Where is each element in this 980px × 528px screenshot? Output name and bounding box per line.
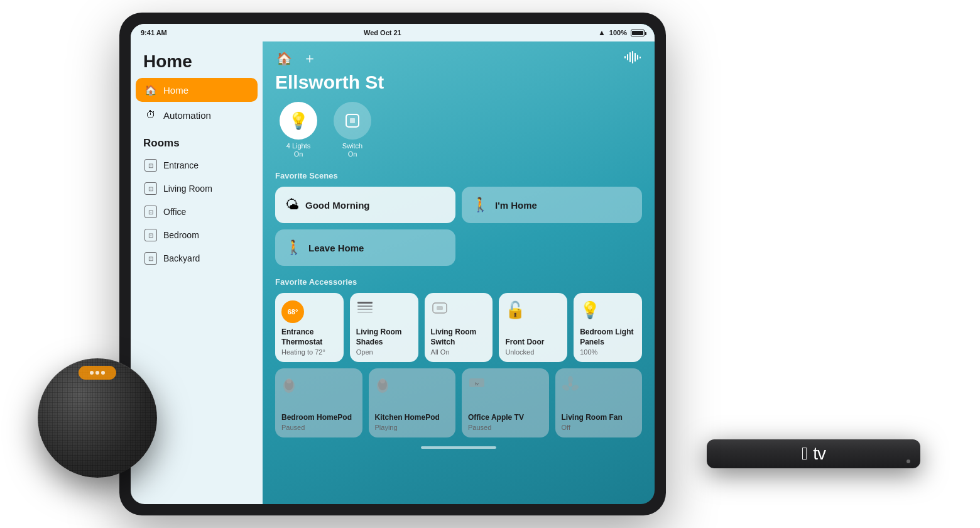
shades-icon: [356, 300, 412, 319]
switch-acc-info: Living Room Switch All On: [431, 327, 487, 356]
homepod-dot-1: [90, 371, 94, 375]
svg-point-17: [286, 378, 291, 383]
svg-rect-11: [357, 309, 373, 310]
home-name: Ellsworth St: [275, 72, 642, 93]
sidebar-room-office[interactable]: ⊡ Office: [136, 201, 258, 223]
homepod-top-indicator: [79, 366, 116, 380]
im-home-icon: 🚶: [472, 197, 489, 213]
toolbar: 🏠 ＋: [275, 49, 642, 68]
room-label-office: Office: [163, 207, 186, 217]
wifi-icon: ▲: [598, 28, 606, 37]
svg-rect-2: [629, 52, 631, 62]
kitchen-homepod-info: Kitchen HomePod Playing: [375, 413, 450, 432]
sidebar-room-living-room[interactable]: ⊡ Living Room: [136, 177, 258, 200]
home-nav-label: Home: [163, 85, 188, 96]
front-door-icon: 🔓: [505, 300, 561, 320]
svg-text:tv: tv: [475, 381, 479, 387]
front-door-name: Front Door: [505, 338, 561, 348]
kitchen-homepod-status: Playing: [375, 424, 450, 431]
leave-home-label: Leave Home: [308, 243, 364, 253]
room-icon-backyard: ⊡: [144, 252, 157, 265]
homepod-dot-3: [101, 371, 105, 375]
good-morning-label: Good Morning: [305, 200, 369, 211]
acc-entrance-thermostat[interactable]: 68° Entrance Thermostat Heating to 72°: [275, 293, 344, 362]
apple-tv-device:  tv: [707, 305, 945, 468]
sidebar-room-backyard[interactable]: ⊡ Backyard: [136, 247, 258, 270]
status-bar-right: ▲ 100%: [598, 28, 645, 37]
ipad-screen: 9:41 AM Wed Oct 21 ▲ 100% Home 🏠 Home: [131, 24, 655, 504]
automation-nav-label: Automation: [163, 110, 211, 121]
svg-rect-10: [357, 305, 373, 307]
svg-rect-12: [357, 312, 373, 313]
front-door-info: Front Door Unlocked: [505, 338, 561, 356]
acc-bedroom-homepod[interactable]: Bedroom HomePod Paused: [275, 368, 362, 437]
fan-icon: [562, 376, 636, 397]
sidebar-title: Home: [131, 41, 263, 77]
bedroom-homepod-icon: [281, 376, 356, 397]
acc-living-room-switch[interactable]: Living Room Switch All On: [425, 293, 493, 362]
quick-tile-switch[interactable]: SwitchOn: [329, 102, 376, 158]
thermostat-badge-area: 68°: [281, 300, 337, 327]
homepod-dot-2: [95, 371, 99, 375]
sidebar-item-home[interactable]: 🏠 Home: [136, 78, 258, 102]
main-content: 🏠 ＋: [263, 24, 655, 504]
room-icon-entrance: ⊡: [144, 159, 157, 172]
accessories-grid-top: 68° Entrance Thermostat Heating to 72°: [275, 293, 642, 362]
accessories-grid-bottom: Bedroom HomePod Paused: [275, 368, 642, 437]
apple-tv-logo:  tv: [802, 444, 825, 464]
svg-rect-0: [624, 56, 626, 58]
room-label-backyard: Backyard: [163, 253, 200, 263]
room-icon-office: ⊡: [144, 206, 157, 218]
bedroom-lights-name: Bedroom Light Panels: [580, 327, 636, 347]
bedroom-lights-status: 100%: [580, 348, 636, 356]
bedroom-homepod-info: Bedroom HomePod Paused: [281, 413, 356, 432]
bedroom-lights-info: Bedroom Light Panels 100%: [580, 327, 636, 356]
front-door-status: Unlocked: [505, 348, 561, 356]
acc-office-apple-tv[interactable]: tv Office Apple TV Paused: [462, 368, 549, 437]
svg-rect-8: [350, 118, 355, 123]
scenes-grid: 🌤 Good Morning 🚶 I'm Home: [275, 187, 642, 223]
sidebar-room-entrance[interactable]: ⊡ Entrance: [136, 154, 258, 177]
bedroom-lights-icon: 💡: [580, 300, 636, 320]
sidebar-item-automation[interactable]: ⏱ Automation: [136, 103, 258, 127]
fan-name: Living Room Fan: [562, 413, 636, 423]
svg-rect-1: [627, 54, 628, 60]
acc-front-door[interactable]: 🔓 Front Door Unlocked: [499, 293, 567, 362]
acc-living-room-fan[interactable]: Living Room Fan Off: [555, 368, 643, 437]
acc-kitchen-homepod[interactable]: Kitchen HomePod Playing: [369, 368, 456, 437]
sidebar-room-bedroom[interactable]: ⊡ Bedroom: [136, 224, 258, 246]
switch-acc-icon: [431, 300, 487, 319]
svg-rect-5: [637, 55, 638, 60]
scenes-row2: 🚶 Leave Home: [275, 229, 642, 266]
bedroom-homepod-status: Paused: [281, 424, 356, 431]
shades-info: Living Room Shades Open: [356, 327, 412, 356]
atv-led-indicator: [906, 459, 910, 463]
toolbar-left: 🏠 ＋: [275, 49, 317, 68]
add-button[interactable]: ＋: [303, 49, 317, 68]
thermostat-name: Entrance Thermostat: [281, 327, 337, 347]
acc-living-room-shades[interactable]: Living Room Shades Open: [350, 293, 418, 362]
apple-logo-icon: : [802, 444, 808, 464]
acc-bedroom-lights[interactable]: 💡 Bedroom Light Panels 100%: [574, 293, 642, 362]
main-inner: 🏠 ＋: [263, 41, 655, 461]
room-icon-bedroom: ⊡: [144, 229, 157, 241]
favorite-scenes-header: Favorite Scenes: [275, 171, 642, 180]
scene-good-morning[interactable]: 🌤 Good Morning: [275, 187, 455, 223]
scene-leave-home[interactable]: 🚶 Leave Home: [275, 229, 455, 266]
siri-waveform-icon[interactable]: [624, 51, 642, 67]
shades-status: Open: [356, 348, 412, 356]
room-icon-living-room: ⊡: [144, 182, 157, 195]
home-nav-icon: 🏠: [144, 84, 157, 96]
scene:  tv 9:41 AM Wed Oct 21 ▲ 100%: [0, 0, 980, 528]
quick-tile-lights[interactable]: 💡 4 LightsOn: [275, 102, 322, 158]
lights-label: 4 LightsOn: [286, 142, 311, 158]
svg-rect-9: [357, 302, 373, 304]
apple-tv-text: tv: [813, 444, 825, 464]
home-toolbar-icon[interactable]: 🏠: [275, 50, 293, 67]
im-home-label: I'm Home: [495, 200, 537, 211]
home-indicator: [421, 446, 496, 449]
switch-circle: [334, 102, 371, 140]
office-atv-info: Office Apple TV Paused: [468, 413, 543, 432]
status-date: Wed Oct 21: [364, 29, 401, 36]
scene-im-home[interactable]: 🚶 I'm Home: [462, 187, 642, 223]
